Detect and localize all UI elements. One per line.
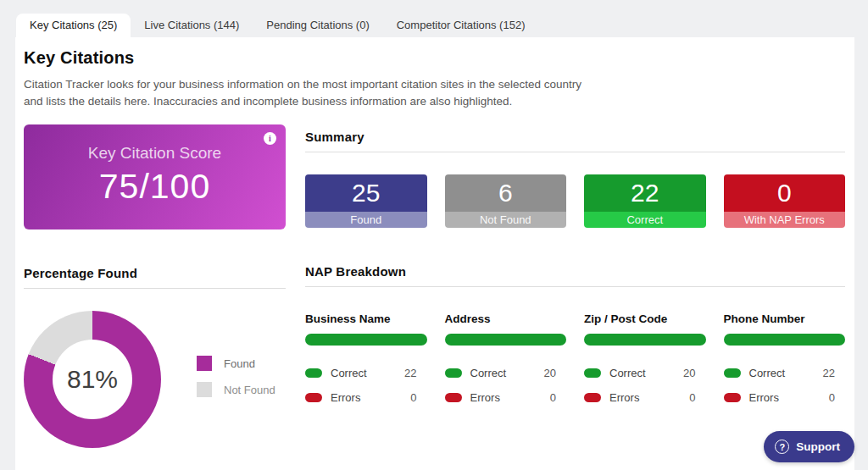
nap-column-header: Business Name <box>305 312 427 325</box>
nap-correct-row: Correct 20 <box>445 367 567 379</box>
errors-pill-icon <box>305 393 322 402</box>
errors-pill-icon <box>724 393 741 402</box>
stat-value-not-found: 6 <box>445 174 567 212</box>
nap-column-header: Phone Number <box>724 312 846 325</box>
errors-count: 0 <box>829 391 845 404</box>
page-description-line1: Citation Tracker looks for your business… <box>24 76 845 93</box>
key-citation-score-card: i Key Citation Score 75/100 <box>24 124 286 229</box>
errors-count: 0 <box>689 391 705 404</box>
nap-progress-bar <box>724 334 846 346</box>
correct-pill-icon <box>445 368 462 378</box>
nap-progress-bar <box>445 334 567 346</box>
stat-label-nap-errors: With NAP Errors <box>724 212 846 228</box>
nap-breakdown-section: NAP Breakdown Business Name Correct 22 <box>305 264 845 404</box>
errors-label: Errors <box>470 391 500 404</box>
score-card-value: 75/100 <box>24 167 286 207</box>
support-button[interactable]: ? Support <box>764 431 854 462</box>
nap-correct-row: Correct 22 <box>305 367 427 379</box>
summary-title: Summary <box>305 130 845 144</box>
errors-pill-icon <box>584 393 601 402</box>
support-button-label: Support <box>796 440 840 453</box>
nap-correct-row: Correct 22 <box>724 367 846 379</box>
percentage-found-title: Percentage Found <box>24 266 286 280</box>
section-divider <box>24 288 286 289</box>
correct-count: 22 <box>404 367 426 379</box>
page-description-line2: and lists the details here. Inaccuracies… <box>24 93 845 110</box>
stat-value-nap-errors: 0 <box>724 174 846 212</box>
legend-item-not-found: Not Found <box>197 382 275 397</box>
legend-label-not-found: Not Found <box>224 384 275 396</box>
errors-label: Errors <box>749 391 779 404</box>
stat-card-not-found: 6 Not Found <box>445 174 567 228</box>
stat-label-found: Found <box>305 212 427 228</box>
page-title: Key Citations <box>24 48 845 68</box>
left-column: i Key Citation Score 75/100 Percentage F… <box>24 124 286 448</box>
info-icon[interactable]: i <box>264 132 276 145</box>
correct-pill-icon <box>305 368 322 378</box>
nap-breakdown-title: NAP Breakdown <box>305 264 845 279</box>
legend-swatch-found <box>197 356 212 371</box>
nap-progress-bar <box>584 334 706 346</box>
correct-label: Correct <box>470 367 507 379</box>
section-divider <box>305 152 845 152</box>
stat-label-not-found: Not Found <box>445 212 567 228</box>
correct-pill-icon <box>724 368 741 378</box>
correct-pill-icon <box>584 368 601 378</box>
tab-live-citations[interactable]: Live Citations (144) <box>131 14 253 37</box>
donut-chart: 81% <box>24 311 161 448</box>
tab-key-citations[interactable]: Key Citations (25) <box>16 14 131 37</box>
nap-column-zip-post-code: Zip / Post Code Correct 20 Errors <box>584 312 706 404</box>
score-card-label: Key Citation Score <box>24 124 286 163</box>
nap-errors-row: Errors 0 <box>305 391 427 404</box>
summary-section: Summary 25 Found 6 Not Found 22 Correct <box>305 130 845 228</box>
nap-errors-row: Errors 0 <box>584 391 706 404</box>
stat-label-correct: Correct <box>584 212 706 228</box>
nap-errors-row: Errors 0 <box>445 391 567 404</box>
nap-column-header: Zip / Post Code <box>584 312 706 325</box>
question-mark-icon: ? <box>775 440 789 454</box>
correct-count: 20 <box>544 367 566 379</box>
errors-count: 0 <box>550 391 566 404</box>
correct-label: Correct <box>609 367 646 379</box>
correct-label: Correct <box>331 367 367 379</box>
errors-label: Errors <box>609 391 639 404</box>
nap-column-header: Address <box>445 312 567 325</box>
content-panel: Key Citations Citation Tracker looks for… <box>15 37 854 470</box>
stat-value-correct: 22 <box>584 174 706 212</box>
stat-card-found: 25 Found <box>305 174 427 228</box>
nap-correct-row: Correct 20 <box>584 367 706 379</box>
tab-pending-citations[interactable]: Pending Citations (0) <box>253 14 382 37</box>
section-divider <box>305 286 845 287</box>
stat-value-found: 25 <box>305 174 427 212</box>
nap-column-address: Address Correct 20 Errors 0 <box>445 312 567 404</box>
errors-pill-icon <box>445 393 462 402</box>
correct-count: 22 <box>823 367 845 379</box>
percentage-found-section: Percentage Found 81% Found Not Found <box>24 266 286 448</box>
page-description: Citation Tracker looks for your business… <box>24 76 845 110</box>
tab-bar: Key Citations (25) Live Citations (144) … <box>16 14 854 37</box>
tab-competitor-citations[interactable]: Competitor Citations (152) <box>383 14 539 37</box>
correct-label: Correct <box>749 367 786 379</box>
nap-column-business-name: Business Name Correct 22 Errors 0 <box>305 312 427 404</box>
correct-count: 20 <box>683 367 705 379</box>
stat-card-correct: 22 Correct <box>584 174 706 228</box>
nap-errors-row: Errors 0 <box>724 391 846 404</box>
chart-legend: Found Not Found <box>197 356 275 408</box>
legend-swatch-not-found <box>197 382 212 397</box>
stat-card-nap-errors: 0 With NAP Errors <box>724 174 846 228</box>
errors-label: Errors <box>331 391 360 404</box>
right-column: Summary 25 Found 6 Not Found 22 Correct <box>305 124 845 448</box>
legend-item-found: Found <box>197 356 275 371</box>
nap-progress-bar <box>305 334 427 346</box>
donut-center-label: 81% <box>53 340 132 419</box>
errors-count: 0 <box>410 391 426 404</box>
legend-label-found: Found <box>224 357 255 370</box>
nap-column-phone-number: Phone Number Correct 22 Errors 0 <box>724 312 846 404</box>
